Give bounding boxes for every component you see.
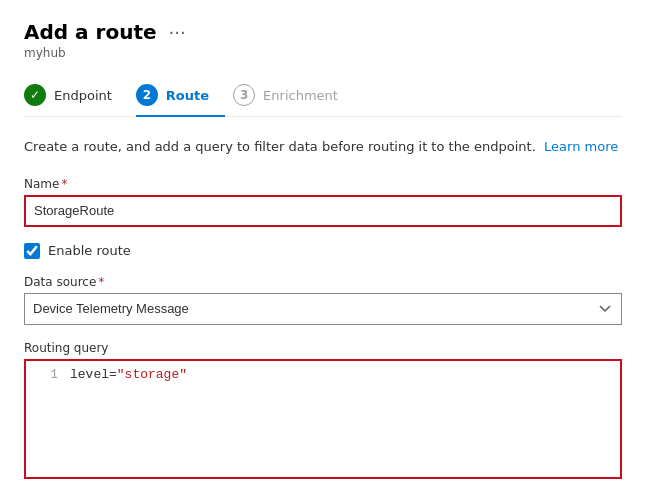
code-content-1: level="storage" [70,367,187,382]
learn-more-link[interactable]: Learn more [544,139,618,154]
step-label-enrichment: Enrichment [263,88,338,103]
description-text: Create a route, and add a query to filte… [24,137,622,157]
data-source-field-group: Data source* Device Telemetry Message De… [24,275,622,325]
step-route[interactable]: 2 Route [136,76,225,116]
enable-route-row: Enable route [24,243,622,259]
step-label-route: Route [166,88,209,103]
enable-route-label[interactable]: Enable route [48,243,131,258]
step-enrichment[interactable]: 3 Enrichment [233,76,354,116]
ellipsis-button[interactable]: ··· [165,22,190,43]
page-title-row: Add a route ··· [24,20,622,44]
steps-row: ✓ Endpoint 2 Route 3 Enrichment [24,76,622,117]
routing-query-field-group: Routing query 1 level="storage" [24,341,622,479]
routing-query-label: Routing query [24,341,622,355]
name-input[interactable] [24,195,622,227]
data-source-dropdown[interactable]: Device Telemetry Message Device Twin Cha… [24,293,622,325]
step-circle-enrichment: 3 [233,84,255,106]
data-source-label: Data source* [24,275,622,289]
name-label: Name* [24,177,622,191]
step-label-endpoint: Endpoint [54,88,112,103]
code-line-1: 1 level="storage" [26,361,620,388]
line-number-1: 1 [34,367,58,382]
page-title: Add a route [24,20,157,44]
code-string: "storage" [117,367,187,382]
step-circle-endpoint: ✓ [24,84,46,106]
test-label: Test [37,499,63,503]
enable-route-checkbox[interactable] [24,243,40,259]
name-field-group: Name* [24,177,622,227]
step-circle-route: 2 [136,84,158,106]
routing-query-editor[interactable]: 1 level="storage" [24,359,622,479]
test-section[interactable]: › Test [24,499,622,503]
step-endpoint[interactable]: ✓ Endpoint [24,76,128,116]
hub-name: myhub [24,46,622,60]
